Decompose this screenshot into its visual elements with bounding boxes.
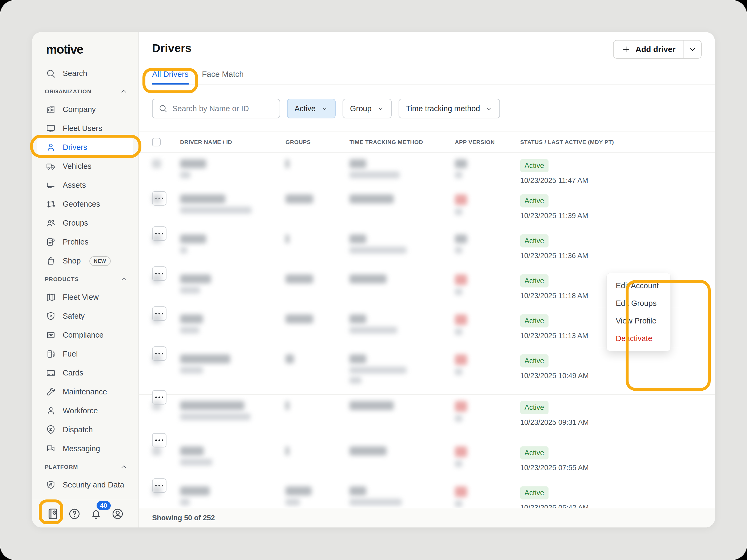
sidebar-item-fuel[interactable]: Fuel [37, 345, 133, 364]
menu-item-edit-groups[interactable]: Edit Groups [607, 299, 670, 308]
last-active-timestamp: 10/23/2025 11:36 AM [520, 252, 687, 260]
geofence-icon [46, 199, 56, 209]
status-badge: Active [520, 354, 548, 368]
table-row: Active10/23/2025 07:55 AM [139, 440, 715, 480]
driver-name-cell-redacted [180, 308, 285, 334]
column-header-time-tracking: Time Tracking Method [350, 139, 455, 145]
sidebar-item-vehicles[interactable]: Vehicles [37, 157, 133, 176]
new-badge: NEW [89, 256, 111, 266]
search-placeholder: Search by Name or ID [172, 104, 249, 113]
search-icon [158, 104, 168, 113]
group-filter-dropdown[interactable]: Group [342, 99, 392, 118]
sidebar-item-maintenance[interactable]: Maintenance [37, 382, 133, 401]
time-tracking-filter-dropdown[interactable]: Time tracking method [398, 99, 500, 118]
sidebar-item-assets[interactable]: Assets [37, 176, 133, 195]
sidebar-item-safety[interactable]: Safety [37, 306, 133, 326]
sidebar-item-compliance[interactable]: Compliance [37, 326, 133, 345]
notifications-bell-icon[interactable]: 40 [89, 507, 102, 520]
table-row: Active10/23/2025 05:42 AM [139, 480, 715, 508]
sidebar-item-security-and-data[interactable]: Security and Data [37, 476, 133, 495]
account-icon[interactable] [111, 507, 124, 520]
sidebar-item-messaging[interactable]: Messaging [37, 439, 133, 458]
table-row: Active10/23/2025 11:39 AM [139, 188, 715, 228]
compliance-icon [46, 330, 56, 340]
add-driver-button[interactable]: Add driver [614, 41, 684, 58]
status-badge: Active [520, 486, 548, 500]
shield-icon [46, 311, 56, 321]
sidebar-section-organization[interactable]: ORGANIZATION [32, 83, 138, 100]
menu-item-view-profile[interactable]: View Profile [607, 317, 670, 325]
row-checkbox[interactable] [152, 153, 180, 168]
last-active-timestamp: 10/23/2025 11:39 AM [520, 212, 687, 220]
last-active-timestamp: 10/23/2025 09:31 AM [520, 419, 687, 427]
last-active-timestamp: 10/23/2025 11:47 AM [520, 177, 687, 185]
sidebar-section-products[interactable]: PRODUCTS [32, 271, 138, 288]
menu-item-deactivate[interactable]: Deactivate [607, 334, 670, 343]
row-checkbox[interactable] [152, 268, 180, 284]
column-header-groups: Groups [285, 139, 350, 145]
groups-cell-redacted [285, 348, 350, 364]
row-checkbox[interactable] [152, 308, 180, 323]
table-footer: Showing 50 of 252 [139, 508, 715, 528]
time-tracking-cell-redacted [350, 268, 455, 284]
sidebar-item-workforce[interactable]: Workforce [37, 401, 133, 420]
table-row: Active10/23/2025 10:49 AM [139, 348, 715, 395]
sidebar-footer: 40 [32, 500, 138, 528]
select-all-checkbox[interactable] [152, 138, 161, 146]
sidebar-item-fleet-users[interactable]: Fleet Users [37, 119, 133, 138]
time-tracking-cell-redacted [350, 308, 455, 334]
row-checkbox[interactable] [152, 348, 180, 364]
column-header-driver-name: Driver Name / ID [180, 139, 285, 145]
row-checkbox[interactable] [152, 228, 180, 243]
status-badge: Active [520, 446, 548, 459]
sidebar-item-cards[interactable]: Cards [37, 364, 133, 382]
driver-name-cell-redacted [180, 268, 285, 294]
filter-bar: Search by Name or ID Active Group Time t… [152, 99, 702, 118]
tab-all-drivers[interactable]: All Drivers [152, 70, 189, 84]
groups-cell-redacted [285, 228, 350, 243]
tab-face-match[interactable]: Face Match [202, 70, 244, 84]
sidebar-item-groups[interactable]: Groups [37, 214, 133, 233]
row-checkbox[interactable] [152, 188, 180, 204]
menu-item-edit-account[interactable]: Edit Account [607, 281, 670, 290]
sidebar-section-platform[interactable]: PLATFORM [32, 458, 138, 476]
row-checkbox[interactable] [152, 440, 180, 455]
sidebar-item-geofences[interactable]: Geofences [37, 195, 133, 214]
status-filter-dropdown[interactable]: Active [287, 99, 336, 118]
app-version-cell-redacted [455, 395, 520, 422]
showing-count: Showing 50 of 252 [152, 514, 215, 522]
section-label: PRODUCTS [45, 276, 79, 283]
row-checkbox[interactable] [152, 395, 180, 410]
status-cell: Active10/23/2025 11:36 AM [520, 228, 687, 260]
sidebar-item-profiles[interactable]: Profiles [37, 233, 133, 251]
sidebar-item-fleet-view[interactable]: Fleet View [37, 288, 133, 306]
section-label: PLATFORM [45, 464, 78, 470]
search-input[interactable]: Search by Name or ID [152, 99, 280, 118]
tab-bar: All Drivers Face Match [152, 70, 715, 85]
chevron-down-icon [485, 105, 492, 112]
app-version-cell-redacted [455, 480, 520, 507]
guide-book-icon[interactable] [46, 507, 59, 520]
app-version-cell-redacted [455, 308, 520, 335]
status-badge: Active [520, 274, 548, 288]
sidebar-item-shop[interactable]: ShopNEW [37, 251, 133, 270]
status-cell: Active10/23/2025 07:55 AM [520, 440, 687, 472]
sidebar-item-drivers[interactable]: Drivers [37, 138, 133, 157]
search-icon [46, 69, 56, 78]
chevron-up-icon [120, 463, 128, 471]
column-header-status: Status / Last Active (MDY PT) [520, 139, 687, 145]
column-header-app-version: App Version [455, 139, 520, 145]
status-cell: Active10/23/2025 11:39 AM [520, 188, 687, 220]
add-driver-dropdown-button[interactable] [684, 41, 701, 58]
row-checkbox[interactable] [152, 480, 180, 496]
help-icon[interactable] [68, 507, 81, 520]
sidebar-item-search[interactable]: Search [37, 64, 133, 83]
chevron-up-icon [120, 87, 128, 96]
status-badge: Active [520, 234, 548, 247]
sidebar-item-company[interactable]: Company [37, 100, 133, 119]
trailer-icon [46, 180, 56, 190]
sidebar-item-dispatch[interactable]: Dispatch [37, 420, 133, 439]
sidebar: motive Search ORGANIZATIONCompanyFleet U… [32, 32, 139, 528]
wrench-icon [46, 387, 56, 397]
status-cell: Active10/23/2025 10:49 AM [520, 348, 687, 380]
